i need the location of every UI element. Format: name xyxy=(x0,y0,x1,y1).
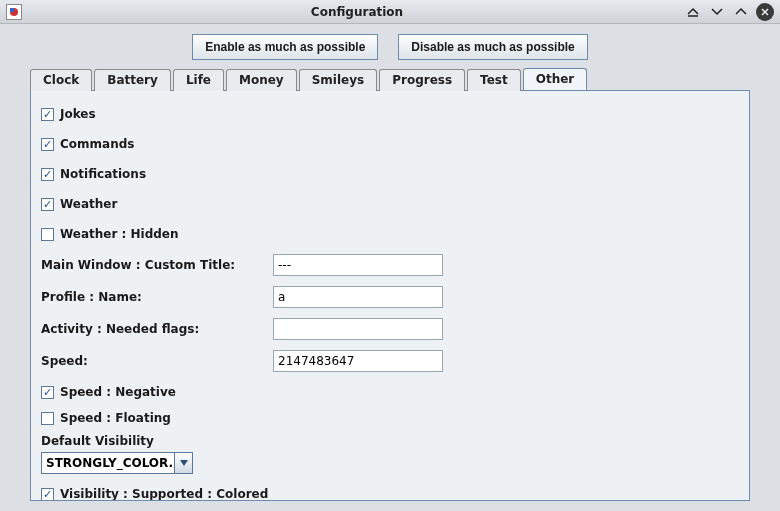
checkbox-label: Speed : Negative xyxy=(60,385,176,399)
close-icon[interactable] xyxy=(756,3,774,21)
field-label: Activity : Needed flags: xyxy=(41,322,273,336)
field-row-needed-flags: Activity : Needed flags: xyxy=(41,318,739,340)
checkbox-row-speed-negative: Speed : Negative xyxy=(41,382,739,402)
checkbox-row-jokes: Jokes xyxy=(41,104,739,124)
toolbar: Enable as much as possible Disable as mu… xyxy=(0,24,780,68)
shade-icon[interactable] xyxy=(684,4,702,20)
tab-test[interactable]: Test xyxy=(467,69,521,91)
checkbox-weather-hidden[interactable] xyxy=(41,228,54,241)
tab-bar: Clock Battery Life Money Smileys Progres… xyxy=(0,68,780,90)
titlebar: Configuration xyxy=(0,0,780,24)
checkbox-label: Visibility : Supported : Colored xyxy=(60,487,268,501)
tab-money[interactable]: Money xyxy=(226,69,297,91)
tab-other[interactable]: Other xyxy=(523,68,588,90)
enable-all-button[interactable]: Enable as much as possible xyxy=(192,34,378,60)
tab-life[interactable]: Life xyxy=(173,69,224,91)
field-row-speed: Speed: xyxy=(41,350,739,372)
checkbox-weather[interactable] xyxy=(41,198,54,211)
checkbox-row-speed-floating: Speed : Floating xyxy=(41,408,739,428)
checkbox-row-visibility-colored: Visibility : Supported : Colored xyxy=(41,484,739,501)
default-visibility-label: Default Visibility xyxy=(41,434,739,448)
maximize-icon[interactable] xyxy=(732,4,750,20)
default-visibility-select[interactable]: STRONGLY_COLOR... xyxy=(41,452,193,474)
window-controls xyxy=(684,3,774,21)
field-label: Profile : Name: xyxy=(41,290,273,304)
tab-smileys[interactable]: Smileys xyxy=(299,69,377,91)
tab-clock[interactable]: Clock xyxy=(30,69,92,91)
checkbox-label: Speed : Floating xyxy=(60,411,171,425)
field-label: Main Window : Custom Title: xyxy=(41,258,273,272)
minimize-icon[interactable] xyxy=(708,4,726,20)
configuration-window: Configuration Enable as much as possible… xyxy=(0,0,780,511)
window-title: Configuration xyxy=(30,5,684,19)
custom-title-input[interactable] xyxy=(273,254,443,276)
checkbox-row-notifications: Notifications xyxy=(41,164,739,184)
needed-flags-input[interactable] xyxy=(273,318,443,340)
svg-rect-1 xyxy=(10,8,14,12)
speed-input[interactable] xyxy=(273,350,443,372)
tab-progress[interactable]: Progress xyxy=(379,69,465,91)
chevron-down-icon xyxy=(174,453,192,473)
app-icon xyxy=(6,4,22,20)
checkbox-visibility-colored[interactable] xyxy=(41,488,54,501)
checkbox-row-weather: Weather xyxy=(41,194,739,214)
checkbox-speed-negative[interactable] xyxy=(41,386,54,399)
checkbox-label: Jokes xyxy=(60,107,96,121)
checkbox-label: Weather xyxy=(60,197,117,211)
tab-battery[interactable]: Battery xyxy=(94,69,171,91)
checkbox-commands[interactable] xyxy=(41,138,54,151)
field-row-profile-name: Profile : Name: xyxy=(41,286,739,308)
tab-panel-other: Jokes Commands Notifications Weather Wea… xyxy=(30,90,750,501)
checkbox-label: Weather : Hidden xyxy=(60,227,179,241)
checkbox-row-commands: Commands xyxy=(41,134,739,154)
checkbox-row-weather-hidden: Weather : Hidden xyxy=(41,224,739,244)
checkbox-notifications[interactable] xyxy=(41,168,54,181)
checkbox-label: Commands xyxy=(60,137,134,151)
field-label: Speed: xyxy=(41,354,273,368)
checkbox-jokes[interactable] xyxy=(41,108,54,121)
select-value: STRONGLY_COLOR... xyxy=(42,456,174,470)
profile-name-input[interactable] xyxy=(273,286,443,308)
checkbox-label: Notifications xyxy=(60,167,146,181)
checkbox-speed-floating[interactable] xyxy=(41,412,54,425)
disable-all-button[interactable]: Disable as much as possible xyxy=(398,34,587,60)
field-row-custom-title: Main Window : Custom Title: xyxy=(41,254,739,276)
